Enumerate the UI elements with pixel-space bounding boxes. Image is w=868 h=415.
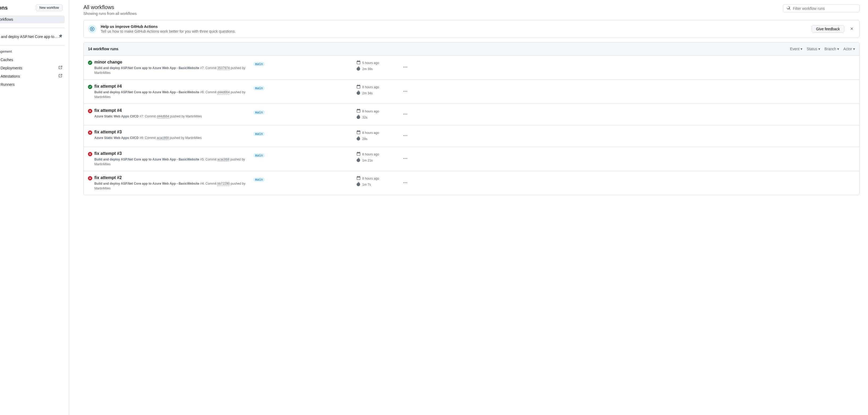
workflow-run-row: fix attempt #2 Build and deploy ASP.Net …	[84, 171, 859, 195]
run-description: Azure Static Web Apps CI/CD #6: Commit a…	[94, 135, 251, 140]
run-title-link[interactable]: fix attempt #4	[94, 84, 122, 89]
x-circle-icon	[88, 176, 92, 181]
feedback-banner: Help us improve GitHub Actions Tell us h…	[84, 20, 860, 38]
caret-down-icon: ▾	[818, 47, 820, 51]
run-description: Build and deploy ASP.Net Core app to Azu…	[94, 66, 251, 75]
branch-badge[interactable]: main	[253, 86, 265, 90]
run-duration: 32s	[362, 116, 367, 119]
branch-badge[interactable]: main	[253, 62, 265, 66]
sidebar-item-caches[interactable]: Caches	[0, 56, 65, 64]
stopwatch-icon	[356, 182, 361, 187]
workflow-run-row: fix attempt #3 Azure Static Web Apps CI/…	[84, 125, 859, 147]
page-title: All workflows	[84, 4, 136, 10]
external-link-icon	[58, 65, 62, 70]
stopwatch-icon	[356, 158, 361, 163]
check-circle-icon	[88, 85, 92, 89]
sidebar-item-label: Runners	[1, 83, 14, 87]
run-title-link[interactable]: fix attempt #2	[94, 175, 122, 180]
kebab-icon	[403, 182, 407, 186]
branch-badge[interactable]: main	[253, 153, 265, 158]
search-input[interactable]	[793, 6, 856, 11]
kebab-icon	[403, 90, 407, 94]
run-menu-button[interactable]	[401, 154, 409, 164]
close-banner-button[interactable]	[848, 26, 855, 33]
sidebar-item-all-workflows[interactable]: ll workflows	[0, 15, 65, 23]
sidebar-item-label: ll workflows	[0, 17, 62, 22]
stopwatch-icon	[356, 66, 361, 71]
pin-icon[interactable]	[58, 34, 62, 39]
workflow-run-row: minor change Build and deploy ASP.Net Co…	[84, 56, 859, 80]
branch-badge[interactable]: main	[253, 132, 265, 136]
workflow-run-row: fix attempt #4 Azure Static Web Apps CI/…	[84, 104, 859, 125]
stopwatch-icon	[356, 91, 361, 96]
run-time: 8 hours ago	[362, 177, 379, 181]
caret-down-icon: ▾	[801, 47, 802, 51]
run-description: Azure Static Web Apps CI/CD #7: Commit d…	[94, 114, 251, 119]
management-label: lanagement	[0, 50, 65, 56]
branch-badge[interactable]: main	[253, 178, 265, 182]
filter-actor[interactable]: Actor▾	[843, 47, 855, 51]
filter-status[interactable]: Status▾	[807, 47, 820, 51]
banner-title: Help us improve GitHub Actions	[101, 25, 807, 29]
calendar-icon	[356, 109, 361, 114]
run-title-link[interactable]: fix attempt #3	[94, 151, 122, 156]
x-circle-icon	[88, 130, 92, 135]
run-duration: 2m 34s	[362, 91, 373, 95]
calendar-icon	[356, 60, 361, 65]
main-content: All workflows Showing runs from all work…	[77, 0, 868, 415]
filter-event[interactable]: Event▾	[790, 47, 802, 51]
x-circle-icon	[88, 152, 92, 156]
new-workflow-button[interactable]: New workflow	[36, 4, 62, 11]
search-input-wrapper[interactable]	[783, 4, 860, 12]
run-menu-button[interactable]	[401, 131, 409, 141]
run-title-link[interactable]: fix attempt #3	[94, 130, 122, 134]
banner-description: Tell us how to make GitHub Actions work …	[101, 29, 807, 33]
stopwatch-icon	[356, 136, 361, 141]
kebab-icon	[403, 135, 407, 139]
calendar-icon	[356, 176, 361, 181]
run-title-link[interactable]: fix attempt #4	[94, 108, 122, 113]
run-time: 8 hours ago	[362, 131, 379, 135]
check-circle-icon	[88, 61, 92, 65]
run-menu-button[interactable]	[401, 87, 409, 96]
run-menu-button[interactable]	[401, 110, 409, 119]
run-menu-button[interactable]	[401, 179, 409, 188]
sidebar: ctions New workflow ll workflows uild an…	[0, 0, 69, 415]
sidebar-item-runners[interactable]: Runners	[0, 80, 65, 89]
x-circle-icon	[88, 109, 92, 113]
run-title-link[interactable]: minor change	[94, 60, 122, 64]
workflow-runs-list: 14 workflow runs Event▾ Status▾ Branch▾ …	[84, 42, 860, 195]
calendar-icon	[356, 130, 361, 135]
play-circle-icon	[88, 25, 96, 33]
workflow-run-row: fix attempt #3 Build and deploy ASP.Net …	[84, 147, 859, 171]
runs-count: 14 workflow runs	[88, 47, 118, 51]
sidebar-item-workflow[interactable]: uild and deploy ASP.Net Core app to ...	[0, 32, 65, 41]
branch-badge[interactable]: main	[253, 110, 265, 115]
kebab-icon	[403, 158, 407, 162]
close-icon	[850, 28, 854, 32]
sidebar-item-label: Caches	[1, 58, 13, 62]
run-duration: 1m 21s	[362, 159, 373, 162]
run-duration: 1m 7s	[362, 183, 371, 187]
run-description: Build and deploy ASP.Net Core app to Azu…	[94, 181, 251, 191]
stopwatch-icon	[356, 115, 361, 120]
page-subtitle: Showing runs from all workflows	[84, 11, 136, 16]
sidebar-item-deployments[interactable]: Deployments	[0, 64, 65, 72]
give-feedback-button[interactable]: Give feedback	[812, 25, 845, 33]
run-duration: 2m 39s	[362, 67, 373, 71]
filter-branch[interactable]: Branch▾	[825, 47, 839, 51]
sidebar-item-label: Deployments	[1, 66, 22, 70]
run-time: 8 hours ago	[362, 109, 379, 113]
sidebar-item-attestations[interactable]: Attestations	[0, 72, 65, 80]
run-menu-button[interactable]	[401, 63, 409, 72]
run-time: 8 hours ago	[362, 85, 379, 89]
caret-down-icon: ▾	[837, 47, 839, 51]
run-time: 5 hours ago	[362, 61, 379, 65]
calendar-icon	[356, 152, 361, 157]
sidebar-item-label: uild and deploy ASP.Net Core app to ...	[0, 35, 58, 39]
run-description: Build and deploy ASP.Net Core app to Azu…	[94, 90, 251, 99]
caret-down-icon: ▾	[853, 47, 855, 51]
workflow-run-row: fix attempt #4 Build and deploy ASP.Net …	[84, 80, 859, 104]
sidebar-item-label: Attestations	[1, 74, 20, 78]
run-duration: 29s	[362, 137, 367, 141]
